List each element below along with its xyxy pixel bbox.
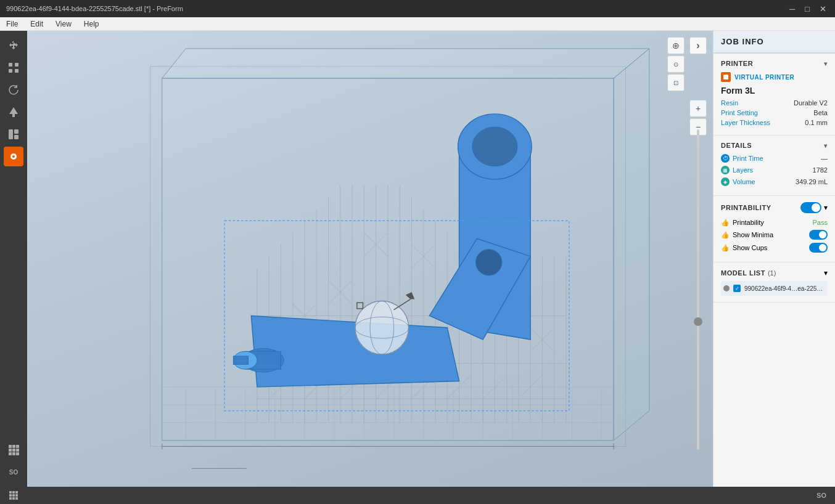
sidebar-icon-settings[interactable]: SO <box>4 462 23 482</box>
svg-rect-18 <box>12 452 15 455</box>
menu-edit[interactable]: Edit <box>28 18 46 30</box>
show-minima-toggle[interactable] <box>809 230 828 240</box>
svg-rect-19 <box>16 452 19 455</box>
svg-point-99 <box>472 127 517 166</box>
model-list-header: MODEL LIST (1) ▾ <box>721 269 828 277</box>
svg-marker-22 <box>162 49 649 78</box>
printer-chevron[interactable]: ▾ <box>824 60 828 67</box>
volume-left[interactable]: ◈ Volume <box>721 177 755 186</box>
sidebar-icon-grid-bottom[interactable] <box>4 440 23 460</box>
printer-icon-box <box>721 72 731 82</box>
model-checkbox[interactable]: ✓ <box>733 285 741 292</box>
show-cups-toggle[interactable] <box>809 243 828 253</box>
svg-marker-23 <box>614 49 649 441</box>
svg-rect-127 <box>12 497 15 500</box>
details-header: DETAILS ▾ <box>721 142 828 149</box>
details-label: DETAILS <box>721 142 752 149</box>
svg-rect-15 <box>12 449 15 452</box>
print-setting-label[interactable]: Print Setting <box>721 109 758 116</box>
model-list-label: MODEL LIST <box>721 269 765 277</box>
printability-pass: Pass <box>813 219 828 226</box>
show-minima-label: Show Minima <box>733 231 773 238</box>
svg-rect-122 <box>15 491 18 494</box>
printability-toggle-area: ▾ <box>800 202 828 213</box>
printer-header: PRINTER ▾ <box>721 60 828 67</box>
menu-file[interactable]: File <box>4 18 20 30</box>
model-list-chevron[interactable]: ▾ <box>824 269 828 277</box>
sidebar-bottom: SO <box>4 440 23 487</box>
print-time-row: ⏱ Print Time — <box>721 154 828 163</box>
svg-rect-126 <box>9 497 12 500</box>
show-minima-left: 👍 Show Minima <box>721 230 773 239</box>
virtual-printer-label[interactable]: VIRTUAL PRINTER <box>734 74 794 81</box>
thumbs-up-icon: 👍 <box>721 218 730 227</box>
model-list-section: MODEL LIST (1) ▾ ✓ 990622ea-46f9-4…ea-22… <box>714 262 835 303</box>
model-list-item[interactable]: ✓ 990622ea-46f9-4…ea-22552575cade <box>721 281 828 296</box>
svg-rect-8 <box>14 135 19 139</box>
model-list-title: MODEL LIST (1) <box>721 269 776 277</box>
svg-rect-104 <box>233 356 248 364</box>
sidebar-icon-rotate[interactable] <box>4 80 23 100</box>
svg-rect-16 <box>16 449 19 452</box>
bottom-grid-icon[interactable] <box>6 488 21 503</box>
title-bar: 990622ea-46f9-4144-bdea-22552575cade.stl… <box>0 0 835 17</box>
viewport[interactable]: › ⊕ ⊙ ⊡ + − <box>27 31 713 487</box>
printability-label: PRINTABILITY <box>721 204 771 211</box>
svg-point-10 <box>12 155 15 158</box>
svg-rect-6 <box>9 129 13 139</box>
printer-section: PRINTER ▾ VIRTUAL PRINTER Form 3L Resin … <box>714 54 835 136</box>
svg-rect-2 <box>9 69 12 73</box>
printability-row: 👍 Printability Pass <box>721 218 828 227</box>
svg-rect-14 <box>9 449 12 452</box>
cups-icon: 👍 <box>721 243 730 252</box>
close-button[interactable]: ✕ <box>817 4 829 14</box>
printability-chevron[interactable]: ▾ <box>824 203 828 212</box>
svg-point-106 <box>476 250 502 275</box>
svg-text:─────────────────: ───────────────── <box>191 465 247 471</box>
details-chevron[interactable]: ▾ <box>824 142 828 149</box>
layers-left[interactable]: ▦ Layers <box>721 166 753 174</box>
sidebar-icon-move[interactable] <box>4 36 23 55</box>
resin-row: Resin Durable V2 <box>721 99 828 107</box>
sidebar-icon-print[interactable] <box>4 147 23 166</box>
svg-rect-119 <box>723 75 728 79</box>
layer-thickness-value: 0.1 mm <box>805 119 828 126</box>
svg-rect-7 <box>14 129 19 134</box>
print-time-left[interactable]: ⏱ Print Time <box>721 154 763 163</box>
svg-rect-123 <box>9 494 12 497</box>
printability-left: 👍 Printability <box>721 218 764 227</box>
3d-scene: ───────────────── <box>27 31 713 487</box>
print-time-icon: ⏱ <box>721 154 730 163</box>
layer-thickness-row: Layer Thickness 0.1 mm <box>721 119 828 126</box>
model-list-count: (1) <box>768 269 776 277</box>
bottom-settings-icon[interactable]: SO <box>814 488 829 503</box>
svg-rect-0 <box>9 63 12 67</box>
svg-rect-11 <box>9 445 12 448</box>
details-section: DETAILS ▾ ⏱ Print Time — ▦ Layers 1782 <box>714 136 835 196</box>
resin-value: Durable V2 <box>794 99 828 107</box>
svg-marker-5 <box>9 107 18 114</box>
svg-rect-3 <box>15 69 19 73</box>
menu-view[interactable]: View <box>53 18 74 30</box>
volume-row: ◈ Volume 349.29 mL <box>721 177 828 186</box>
maximize-button[interactable]: □ <box>802 4 812 14</box>
svg-rect-1 <box>15 63 19 67</box>
resin-label[interactable]: Resin <box>721 99 738 107</box>
sidebar-icon-grid[interactable] <box>4 58 23 78</box>
sidebar-icon-support[interactable] <box>4 102 23 122</box>
layers-row: ▦ Layers 1782 <box>721 166 828 174</box>
menu-help[interactable]: Help <box>81 18 102 30</box>
window-title: 990622ea-46f9-4144-bdea-22552575cade.stl… <box>6 5 183 12</box>
show-cups-left: 👍 Show Cups <box>721 243 767 252</box>
layer-thickness-label[interactable]: Layer Thickness <box>721 119 770 126</box>
sidebar-icon-layout[interactable] <box>4 124 23 144</box>
layers-icon: ▦ <box>721 166 730 174</box>
print-time-label: Print Time <box>733 155 763 162</box>
minimize-button[interactable]: ─ <box>787 4 797 14</box>
svg-rect-17 <box>9 452 12 455</box>
printability-master-toggle[interactable] <box>800 202 821 213</box>
svg-rect-128 <box>15 497 18 500</box>
bottom-bar: SO <box>0 487 835 504</box>
printability-row-label: Printability <box>733 219 764 226</box>
show-cups-row: 👍 Show Cups <box>721 243 828 253</box>
